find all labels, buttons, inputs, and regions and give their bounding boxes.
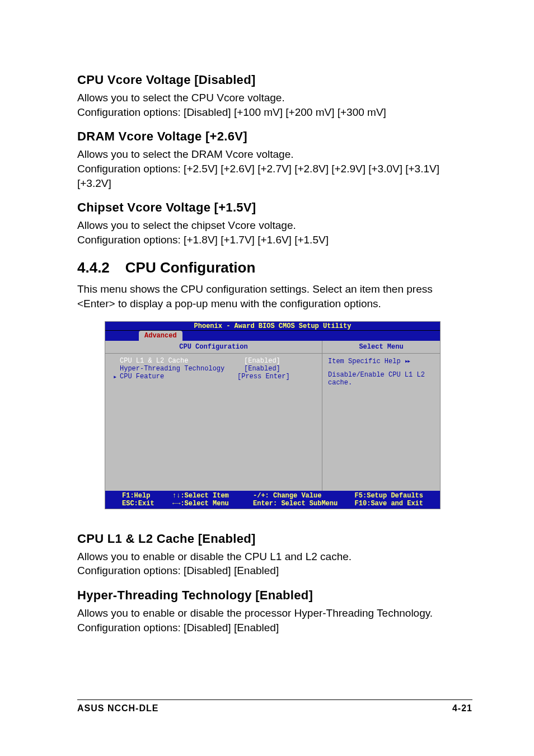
- bios-row-hyper-threading[interactable]: Hyper-Threading Technology [Enabled]: [113, 365, 314, 373]
- heading-number: 4.4.2: [77, 259, 110, 276]
- bios-right-header: Select Menu: [322, 341, 440, 354]
- document-page: CPU Vcore Voltage [Disabled] Allows you …: [0, 0, 534, 756]
- text-line: Configuration options: [Disabled] [+100 …: [77, 106, 386, 118]
- submenu-arrow-icon: [113, 365, 120, 373]
- paragraph: Allows you to select the CPU Vcore volta…: [77, 91, 468, 119]
- bios-window: Phoenix - Award BIOS CMOS Setup Utility …: [105, 321, 441, 509]
- bios-row-value: [Press Enter]: [237, 373, 290, 381]
- text-line: Configuration options: [+2.5V] [+2.6V] […: [77, 163, 439, 189]
- submenu-arrow-icon: ▸: [113, 373, 120, 381]
- text-line: Allows you to enable or disable the proc…: [77, 607, 433, 619]
- bios-row-cpu-feature[interactable]: ▸ CPU Feature [Press Enter]: [113, 373, 314, 381]
- bios-config-list: CPU L1 & L2 Cache [Enabled] Hyper-Thread…: [105, 354, 322, 491]
- heading-title: CPU Configuration: [125, 259, 256, 276]
- footer-key: ←→:Select Menu: [172, 500, 229, 508]
- paragraph: Allows you to enable or disable the proc…: [77, 606, 468, 635]
- text-line: Configuration options: [Disabled] [Enabl…: [77, 565, 279, 576]
- bios-screenshot: Phoenix - Award BIOS CMOS Setup Utility …: [105, 321, 441, 509]
- bios-left-pane: CPU Configuration CPU L1 & L2 Cache [Ena…: [105, 341, 322, 491]
- bios-help-title-text: Item Specific Help: [328, 358, 401, 365]
- bios-footer-col: F1:Help ESC:Exit: [122, 492, 172, 508]
- footer-right: 4-21: [452, 703, 472, 713]
- bios-footer-col: ↑↓:Select Item ←→:Select Menu: [172, 492, 253, 508]
- double-arrow-icon: ▸▸: [405, 358, 409, 365]
- heading-cpu-l1-l2-cache: CPU L1 & L2 Cache [Enabled]: [77, 532, 468, 546]
- bios-footer-col: -/+: Change Value Enter: Select SubMenu: [253, 492, 355, 508]
- footer-key: F5:Setup Defaults: [355, 492, 423, 500]
- text-line: Allows you to enable or disable the CPU …: [77, 551, 352, 562]
- footer-key: ESC:Exit: [122, 500, 154, 508]
- paragraph: Allows you to select the DRAM Vcore volt…: [77, 147, 468, 190]
- bios-footer-col: F5:Setup Defaults F10:Save and Exit: [355, 492, 423, 508]
- heading-4-4-2: 4.4.2CPU Configuration: [77, 259, 468, 276]
- bios-help-text: Disable/Enable CPU L1 L2 cache.: [328, 371, 434, 387]
- page-footer: ASUS NCCH-DLE 4-21: [77, 699, 472, 713]
- bios-title-bar: Phoenix - Award BIOS CMOS Setup Utility: [105, 322, 440, 331]
- bios-tab-advanced[interactable]: Advanced: [139, 331, 182, 341]
- bios-row-value: [Enabled]: [244, 365, 280, 373]
- bios-tab-row: Advanced: [105, 331, 440, 341]
- bios-row-label: CPU Feature: [120, 373, 237, 381]
- text-line: Configuration options: [+1.8V] [+1.7V] […: [77, 234, 329, 246]
- bios-row-label: Hyper-Threading Technology: [120, 365, 244, 373]
- footer-key: F1:Help: [122, 492, 150, 500]
- heading-dram-vcore-voltage: DRAM Vcore Voltage [+2.6V]: [77, 129, 468, 144]
- bios-help-body: Item Specific Help ▸▸ Disable/Enable CPU…: [322, 354, 440, 491]
- bios-row-value: [Enabled]: [244, 357, 280, 365]
- heading-chipset-vcore-voltage: Chipset Vcore Voltage [+1.5V]: [77, 200, 468, 215]
- footer-key: -/+: Change Value: [253, 492, 321, 500]
- bios-row-label: CPU L1 & L2 Cache: [120, 357, 244, 365]
- paragraph: This menu shows the CPU configuration se…: [77, 282, 468, 311]
- footer-left: ASUS NCCH-DLE: [77, 703, 158, 713]
- submenu-arrow-icon: [113, 357, 120, 365]
- heading-cpu-vcore-voltage: CPU Vcore Voltage [Disabled]: [77, 73, 468, 87]
- text-line: Allows you to select the CPU Vcore volta…: [77, 92, 285, 104]
- text-line: Configuration options: [Disabled] [Enabl…: [77, 622, 279, 633]
- footer-key: ↑↓:Select Item: [172, 492, 229, 500]
- bios-help-title: Item Specific Help ▸▸: [328, 357, 434, 365]
- heading-hyper-threading: Hyper-Threading Technology [Enabled]: [77, 588, 468, 603]
- text-line: Allows you to select the chipset Vcore v…: [77, 219, 296, 231]
- footer-key: Enter: Select SubMenu: [253, 500, 338, 508]
- bios-columns: CPU Configuration CPU L1 & L2 Cache [Ena…: [105, 341, 440, 491]
- bios-right-pane: Select Menu Item Specific Help ▸▸ Disabl…: [322, 341, 440, 491]
- bios-row-cpu-cache[interactable]: CPU L1 & L2 Cache [Enabled]: [113, 357, 314, 365]
- bios-left-header: CPU Configuration: [105, 341, 322, 354]
- paragraph: Allows you to select the chipset Vcore v…: [77, 218, 468, 247]
- paragraph: Allows you to enable or disable the CPU …: [77, 550, 468, 578]
- bios-footer-bar: F1:Help ESC:Exit ↑↓:Select Item ←→:Selec…: [105, 491, 440, 509]
- footer-key: F10:Save and Exit: [355, 500, 423, 508]
- text-line: Allows you to select the DRAM Vcore volt…: [77, 148, 294, 160]
